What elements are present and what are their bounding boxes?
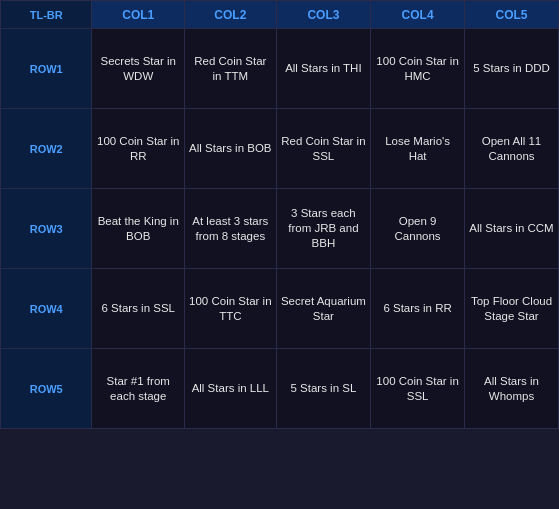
cell-r5-c2[interactable]: All Stars in LLL [185, 349, 277, 429]
cell-r4-c5[interactable]: Top Floor Cloud Stage Star [465, 269, 559, 349]
cell-r2-c1[interactable]: 100 Coin Star in RR [92, 109, 185, 189]
cell-r4-c4[interactable]: 6 Stars in RR [371, 269, 465, 349]
col5-header: COL5 [465, 1, 559, 29]
cell-r4-c2[interactable]: 100 Coin Star in TTC [185, 269, 277, 349]
col3-header: COL3 [276, 1, 371, 29]
cell-r3-c2[interactable]: At least 3 stars from 8 stages [185, 189, 277, 269]
cell-r5-c4[interactable]: 100 Coin Star in SSL [371, 349, 465, 429]
col2-header: COL2 [185, 1, 277, 29]
row1-label: ROW1 [1, 29, 92, 109]
cell-r5-c5[interactable]: All Stars in Whomps [465, 349, 559, 429]
col1-header: COL1 [92, 1, 185, 29]
cell-r1-c3[interactable]: All Stars in THI [276, 29, 371, 109]
tl-br-header: TL-BR [1, 1, 92, 29]
row2-label: ROW2 [1, 109, 92, 189]
col4-header: COL4 [371, 1, 465, 29]
bingo-grid: TL-BR COL1 COL2 COL3 COL4 COL5 ROW1Secre… [0, 0, 559, 429]
cell-r1-c1[interactable]: Secrets Star in WDW [92, 29, 185, 109]
row3-label: ROW3 [1, 189, 92, 269]
cell-r1-c2[interactable]: Red Coin Star in TTM [185, 29, 277, 109]
cell-r3-c5[interactable]: All Stars in CCM [465, 189, 559, 269]
cell-r2-c2[interactable]: All Stars in BOB [185, 109, 277, 189]
cell-r1-c4[interactable]: 100 Coin Star in HMC [371, 29, 465, 109]
cell-r1-c5[interactable]: 5 Stars in DDD [465, 29, 559, 109]
cell-r2-c5[interactable]: Open All 11 Cannons [465, 109, 559, 189]
cell-r3-c4[interactable]: Open 9 Cannons [371, 189, 465, 269]
cell-r2-c3[interactable]: Red Coin Star in SSL [276, 109, 371, 189]
cell-r3-c3[interactable]: 3 Stars each from JRB and BBH [276, 189, 371, 269]
cell-r4-c1[interactable]: 6 Stars in SSL [92, 269, 185, 349]
cell-r5-c1[interactable]: Star #1 from each stage [92, 349, 185, 429]
cell-r5-c3[interactable]: 5 Stars in SL [276, 349, 371, 429]
cell-r4-c3[interactable]: Secret Aquarium Star [276, 269, 371, 349]
cell-r2-c4[interactable]: Lose Mario's Hat [371, 109, 465, 189]
row4-label: ROW4 [1, 269, 92, 349]
cell-r3-c1[interactable]: Beat the King in BOB [92, 189, 185, 269]
row5-label: ROW5 [1, 349, 92, 429]
